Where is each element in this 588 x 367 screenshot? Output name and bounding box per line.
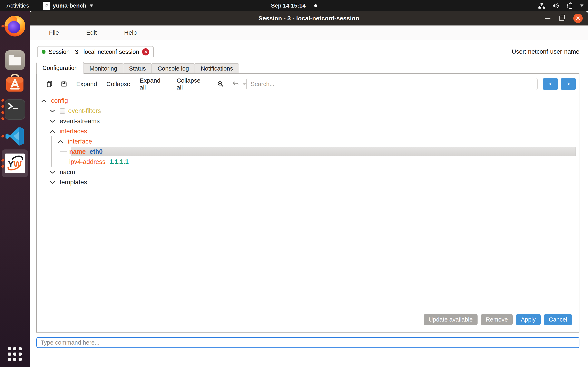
svg-text:W: W <box>13 159 22 169</box>
minimize-button[interactable] <box>545 18 550 19</box>
chevron-down-icon[interactable] <box>50 109 55 113</box>
tab-label: Notifications <box>201 65 233 72</box>
show-apps-button[interactable] <box>0 345 30 363</box>
tree-toolbar: Expand Collapse Expand all Collapse all … <box>37 77 579 91</box>
search-next-button[interactable]: > <box>561 78 576 90</box>
copy-button[interactable] <box>46 80 53 88</box>
command-input[interactable] <box>36 337 579 348</box>
session-close-button[interactable] <box>142 48 149 55</box>
running-indicator-dots <box>1 99 4 120</box>
tree-node-name[interactable]: nameeth0 <box>37 147 579 157</box>
tab-monitoring[interactable]: Monitoring <box>84 63 123 73</box>
configuration-panel: Expand Collapse Expand all Collapse all … <box>36 73 579 333</box>
collapse-button[interactable]: Collapse <box>106 81 130 87</box>
dock-vscode-icon[interactable] <box>0 125 30 147</box>
tree-node-interface[interactable]: interface <box>37 136 579 147</box>
tree-node-event-streams[interactable]: event-streams <box>37 116 579 126</box>
tray-chevron-down-icon <box>580 4 584 7</box>
apps-grid-icon <box>8 347 22 361</box>
undo-icon[interactable] <box>232 81 239 87</box>
tree-checkbox[interactable] <box>60 108 65 114</box>
tab-label: Status <box>129 65 146 72</box>
tab-console-log[interactable]: Console log <box>151 63 195 73</box>
activities-button[interactable]: Activities <box>7 0 29 11</box>
terminal-icon <box>5 99 25 120</box>
firefox-icon <box>4 16 25 36</box>
chevron-down-icon[interactable] <box>50 181 55 184</box>
window-titlebar[interactable]: Session - 3 - local-netconf-session <box>30 11 588 25</box>
undo-dropdown-caret[interactable] <box>242 83 246 85</box>
collapse-all-button[interactable]: Collapse all <box>177 77 207 91</box>
search-prev-button[interactable]: < <box>543 78 558 90</box>
remove-button[interactable]: Remove <box>481 314 513 325</box>
dock-ubuntu-software-icon[interactable] <box>0 73 30 94</box>
svg-text:Y: Y <box>8 159 14 169</box>
tree-connector-line <box>60 146 60 162</box>
yuma-bench-app-icon <box>43 2 50 10</box>
tree-node-label: templates <box>60 179 87 186</box>
system-tray[interactable] <box>538 0 584 11</box>
close-icon <box>576 16 580 21</box>
tab-label: Monitoring <box>90 65 117 72</box>
tab-configuration[interactable]: Configuration <box>36 62 84 74</box>
close-button[interactable] <box>573 14 583 23</box>
battery-charging-icon <box>566 2 573 9</box>
tree-node-templates[interactable]: templates <box>37 177 579 187</box>
search-input[interactable] <box>246 78 537 90</box>
tree-node-nacm[interactable]: nacm <box>37 167 579 177</box>
expand-all-button[interactable]: Expand all <box>140 77 167 91</box>
view-tabs: Configuration Monitoring Status Console … <box>36 62 239 74</box>
tree-node-ipv4-address[interactable]: ipv4-address1.1.1.1 <box>37 157 579 167</box>
selection-highlight <box>71 147 576 156</box>
chevron-up-icon[interactable] <box>58 140 63 143</box>
expand-button[interactable]: Expand <box>76 81 97 87</box>
dock-firefox-icon[interactable] <box>0 15 30 37</box>
action-buttons: Update available Remove Apply Cancel <box>424 314 572 325</box>
zoom-in-icon[interactable] <box>217 80 224 88</box>
chevron-down-icon[interactable] <box>50 120 55 123</box>
clock-button[interactable]: Sep 14 15:14 <box>271 0 317 11</box>
running-indicator-dots <box>1 159 4 168</box>
config-tree: configevent-filtersevent-streamsinterfac… <box>37 96 579 187</box>
tab-notifications[interactable]: Notifications <box>195 63 239 73</box>
chevron-down-icon[interactable] <box>50 171 55 174</box>
tree-node-label: name <box>69 148 86 155</box>
apply-button[interactable]: Apply <box>516 314 541 325</box>
network-icon <box>538 2 545 9</box>
clock-label: Sep 14 15:14 <box>271 2 306 9</box>
running-indicator-dots <box>1 25 4 27</box>
yuma-bench-yw-icon: Y W <box>5 154 25 173</box>
update-available-button[interactable]: Update available <box>424 314 477 325</box>
vscode-icon <box>5 126 25 146</box>
session-tab-label: Session - 3 - local-netconf-session <box>49 49 139 55</box>
app-menu-label: yuma-bench <box>53 2 86 9</box>
tree-node-event-filters[interactable]: event-filters <box>37 106 579 116</box>
window-title: Session - 3 - local-netconf-session <box>30 11 588 25</box>
tree-connector-line <box>52 136 52 167</box>
restore-button[interactable] <box>559 16 564 21</box>
app-menu[interactable]: yuma-bench <box>43 0 93 11</box>
tree-node-config[interactable]: config <box>37 96 579 106</box>
dock-files-icon[interactable] <box>0 50 30 71</box>
chevron-up-icon[interactable] <box>41 99 47 102</box>
tree-node-value: eth0 <box>90 148 103 155</box>
gnome-top-bar: Activities yuma-bench Sep 14 15:14 <box>0 0 588 11</box>
ubuntu-software-icon <box>5 74 25 93</box>
tree-node-label: event-filters <box>68 107 101 115</box>
dock-yuma-bench-icon[interactable]: Y W <box>2 150 28 177</box>
tree-node-interfaces[interactable]: interfaces <box>37 126 579 136</box>
tab-status[interactable]: Status <box>123 63 152 73</box>
menu-file[interactable]: File <box>49 29 59 36</box>
cancel-button[interactable]: Cancel <box>544 314 572 325</box>
menu-edit[interactable]: Edit <box>86 29 97 36</box>
tree-node-label: interface <box>68 138 92 145</box>
save-button[interactable] <box>61 81 67 87</box>
tree-node-label: interfaces <box>60 128 87 135</box>
menu-help[interactable]: Help <box>124 29 137 36</box>
running-indicator-dots <box>1 135 4 138</box>
tree-node-label: nacm <box>60 168 75 176</box>
chevron-up-icon[interactable] <box>50 130 55 133</box>
session-tab[interactable]: Session - 3 - local-netconf-session <box>37 46 154 57</box>
dock: Y W <box>0 11 30 367</box>
dock-terminal-icon[interactable] <box>0 99 30 120</box>
